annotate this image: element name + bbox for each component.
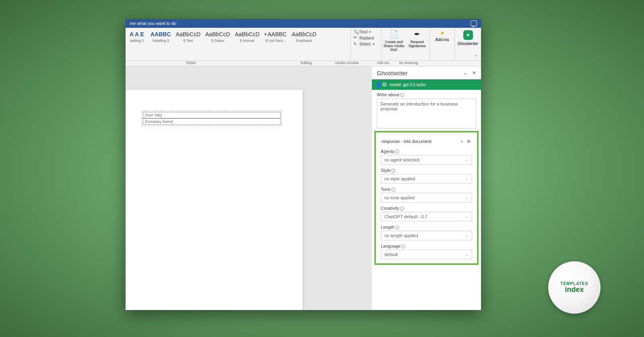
panel-title: Ghostwriter [377,70,408,76]
title-bar: me what you want to do [126,19,481,28]
agents-label: Agentsi [381,149,472,154]
beamazing-group-label: be amazing [399,61,418,65]
style-label: Stylei [381,168,472,173]
tell-me-text[interactable]: me what you want to do [130,21,176,26]
length-label: Lengthi [381,225,472,229]
document-area[interactable]: [Your Title] [Company Name] [126,66,371,310]
pdf-icon: 📄 [383,29,405,39]
addins-button[interactable]: Add-ins [429,28,454,60]
find-button[interactable]: 🔍Find▾ [353,29,379,35]
signature-icon: ✒ [407,29,428,39]
editing-group: 🔍Find▾ ᵃᵇReplace ↖Select▾ [351,28,381,60]
info-icon[interactable]: i [391,188,395,192]
chevron-down-icon: ⌄ [465,234,469,238]
styles-group-label: Styles [186,61,196,65]
request-signatures-button[interactable]: ✒Request Signatures [407,29,428,59]
send-button[interactable]: ➤ [466,137,471,145]
tone-select[interactable]: no tone applied⌄ [381,193,472,203]
cursor-icon: ↖ [353,41,358,47]
templates-index-logo: TEMPLATES index [548,261,601,314]
chevron-down-icon: ⌄ [465,252,469,256]
model-bar[interactable]: 👤⚙ model: gpt-3.5-turbo [372,79,481,90]
info-icon[interactable]: i [395,225,399,229]
replace-icon: ᵃᵇ [353,35,358,41]
info-icon[interactable]: i [400,207,404,211]
chevron-down-icon: ▾ [461,139,463,143]
chevron-down-icon: ⌄ [465,215,469,219]
acrobat-group-label: Adobe Acrobat [335,61,359,65]
ribbon: A A Eeading 2 AABBCHeading 3 AaBbCcD¶ Te… [126,28,481,61]
creativity-select[interactable]: ChatGPT default - 0.7⌄ [381,212,472,221]
panel-header: Ghostwriter ⌄ ✕ [372,66,481,79]
panel-dropdown-icon[interactable]: ⌄ [463,70,467,76]
title-field[interactable]: [Your Title] [143,112,281,118]
logo-bottom-text: index [561,286,588,293]
select-button[interactable]: ↖Select▾ [353,41,379,47]
info-icon[interactable]: i [401,244,405,248]
ghostwriter-panel: Ghostwriter ⌄ ✕ 👤⚙ model: gpt-3.5-turbo … [372,66,481,310]
search-icon: 🔍 [353,29,358,35]
style-text[interactable]: AaBbCcD¶ Text [173,29,203,59]
write-about-label: Write abouti [372,90,481,98]
ribbon-group-labels: Styles Editing Adobe Acrobat Add-ins be … [126,61,481,66]
language-select[interactable]: default⌄ [381,250,472,259]
company-field[interactable]: [Company Name] [143,118,281,125]
styles-gallery: A A Eeading 2 AABBCHeading 3 AaBbCcD¶ Te… [126,28,351,60]
options-highlight: response - into document▾ ➤ Agentsi no a… [374,131,479,265]
page[interactable]: [Your Title] [Company Name] [126,90,303,310]
style-normal[interactable]: AaBbCcD¶ Normal [233,29,262,59]
addins-icon [441,32,444,34]
style-heading2[interactable]: A A Eeading 2 [126,29,148,59]
creativity-label: Creativityi [381,206,472,211]
chevron-down-icon: ⌄ [465,177,469,181]
info-icon[interactable]: i [391,169,395,173]
ghostwriter-icon: ✦ [463,30,473,40]
agents-select[interactable]: no agent selected⌄ [381,155,472,165]
info-icon[interactable]: i [400,93,404,97]
replace-button[interactable]: ᵃᵇReplace [353,35,379,41]
word-window: me what you want to do A A Eeading 2 AAB… [126,19,481,310]
style-listpara[interactable]: • AABBC¶ List Para... [262,29,289,59]
collapse-ribbon-icon[interactable]: ⌃ [475,54,478,59]
user-settings-icon: 👤⚙ [375,81,387,88]
response-mode-select[interactable]: response - into document▾ [382,139,463,144]
tone-label: Tonei [381,187,472,192]
chevron-down-icon: ⌄ [465,158,469,162]
acrobat-group: 📄Create and Share Adobe PDF ✒Request Sig… [381,28,429,60]
editing-group-label: Editing [301,61,312,65]
style-select[interactable]: no style applied⌄ [381,174,472,184]
info-icon[interactable]: i [395,150,399,154]
prompt-textarea[interactable]: Generate an introduction for a business … [377,99,476,128]
length-select[interactable]: no length applied⌄ [381,231,472,240]
model-label: model: gpt-3.5-turbo [390,83,426,87]
language-label: Languagei [381,244,472,248]
style-dates[interactable]: AaBbCcD¶ Dates [203,29,232,59]
chevron-down-icon: ⌄ [465,196,469,200]
style-emphasis[interactable]: AaBbCcDEmphasis [289,29,318,59]
panel-close-icon[interactable]: ✕ [472,70,476,76]
addins-group-label: Add-ins [377,61,389,65]
style-heading3[interactable]: AABBCHeading 3 [148,29,173,59]
create-pdf-button[interactable]: 📄Create and Share Adobe PDF [383,29,405,59]
